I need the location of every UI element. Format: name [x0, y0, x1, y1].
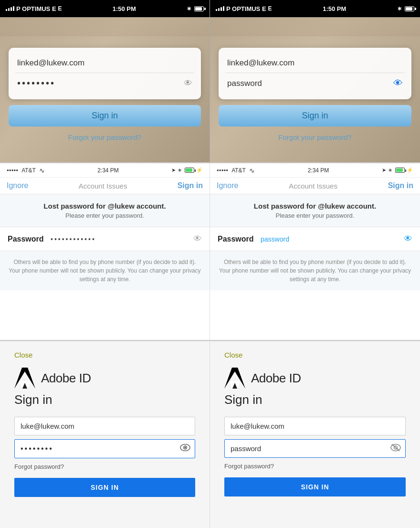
bar4r: [223, 6, 224, 11]
ios-eye-closed-left[interactable]: 👁︎: [184, 78, 192, 88]
adobe-logo-row-left: Adobe ID: [14, 368, 195, 389]
tw-notice-title-left: Lost password for @lukew account.: [10, 202, 200, 210]
tw-signin-btn-right[interactable]: Sign in: [388, 181, 413, 190]
time-left: 1:50 PM: [113, 5, 136, 12]
ios-eye-open-right[interactable]: 👁: [393, 78, 403, 89]
ios-status-right-r: ∗: [397, 5, 414, 12]
adobe-screen-visible: Close Adobe ID Sign in Forgot pass: [210, 341, 420, 528]
row3-adobe-screens: Close Adobe ID Sign in Forgot pass: [0, 341, 420, 528]
twitter-screen-visible: ●●●●● AT&T ∿ 2:34 PM ➤ ∗ ⚡ Ignore Accoun…: [210, 163, 420, 340]
eye-open-icon-right[interactable]: 👁: [404, 234, 412, 244]
tw-info-box-right: Others will be able to find you by phone…: [210, 251, 420, 290]
carrier-right: P OPTIMUS E: [226, 5, 266, 12]
adobe-logo-icon-right: [224, 368, 245, 389]
tw-status-carrier-right: ●●●●● AT&T ∿: [217, 167, 255, 174]
ios-card-left: linked@lukew.com •••••••• 👁︎: [9, 48, 201, 99]
signal-bars-r: [216, 6, 224, 11]
tw-bluetooth-left: ∗: [178, 167, 182, 173]
tw-time-left: 2:34 PM: [97, 167, 119, 174]
ios-signin-btn-right[interactable]: Sign in: [219, 105, 411, 127]
tw-location-icon-r: ➤: [382, 167, 386, 173]
tw-password-row-right: Password password 👁: [210, 227, 420, 251]
adobe-signin-btn-left[interactable]: SIGN IN: [14, 478, 195, 497]
ios-forgot-left[interactable]: Forgot your password?: [0, 130, 210, 147]
svg-point-6: [184, 447, 186, 449]
svg-line-13: [392, 444, 399, 451]
ios-signin-label-left: Sign in: [92, 111, 118, 120]
tw-ignore-btn-left[interactable]: Ignore: [7, 181, 28, 190]
ios-screen-visible: P OPTIMUS E E 1:50 PM ∗ linked@lukew.com…: [210, 0, 420, 162]
tw-wifi-left: ∿: [39, 167, 45, 174]
adobe-email-input-left[interactable]: [14, 417, 195, 435]
tw-status-right-right: ➤ ∗ ⚡: [382, 167, 413, 173]
tw-wifi-right: ∿: [249, 167, 255, 174]
adobe-close-btn-left[interactable]: Close: [14, 351, 195, 359]
tw-battery-left: [185, 168, 194, 173]
tw-notice-left: Lost password for @lukew account. Please…: [0, 194, 210, 227]
adobe-pw-wrap-left: [14, 439, 195, 458]
ios-status-left: P OPTIMUS E E: [6, 5, 62, 12]
tw-battery-cap-left: [195, 169, 196, 172]
ios-email-value-right: linked@lukew.com: [227, 58, 403, 68]
tw-battery-fill-right: [396, 169, 403, 172]
ios-password-text-right: password: [227, 79, 393, 88]
tw-signin-btn-left[interactable]: Sign in: [178, 181, 203, 190]
tw-carrier-left: AT&T: [21, 167, 36, 174]
adobe-forgot-left[interactable]: Forgot password?: [14, 463, 195, 470]
ios-forgot-label-right: Forgot your password?: [278, 133, 351, 141]
tw-nav-title-right: Account Issues: [289, 182, 337, 190]
adobe-logo-text-right: Adobe ID: [251, 371, 301, 386]
network-type-right: E: [268, 5, 272, 12]
ios-forgot-label-left: Forgot your password?: [68, 133, 141, 141]
ios-email-row-right: linked@lukew.com: [225, 53, 405, 73]
tw-notice-sub-left: Please enter your password.: [10, 212, 200, 219]
ios-password-dots-left: ••••••••: [17, 78, 184, 89]
bar1r: [216, 9, 217, 11]
eye-open-icon-adobe-left[interactable]: [180, 444, 190, 454]
tw-charge-right: ⚡: [407, 167, 413, 173]
tw-nav-title-left: Account Issues: [79, 182, 127, 190]
bar3: [10, 7, 12, 11]
bar2: [8, 8, 10, 11]
tw-info-box-left: Others will be able to find you by phone…: [0, 251, 210, 290]
tw-notice-sub-right: Please enter your password.: [220, 212, 410, 219]
adobe-forgot-right[interactable]: Forgot password?: [224, 463, 406, 470]
bar3r: [220, 7, 222, 11]
tw-pw-text-right: password: [261, 235, 399, 243]
tw-notice-right: Lost password for @lukew account. Please…: [210, 194, 420, 227]
twitter-screen-hidden: ●●●●● AT&T ∿ 2:34 PM ➤ ∗ ⚡ Ignore Accoun…: [0, 163, 210, 340]
adobe-email-input-right[interactable]: [224, 417, 406, 435]
tw-notice-title-right: Lost password for @lukew account.: [220, 202, 410, 210]
battery-fill: [195, 7, 202, 11]
battery-fill-r: [406, 7, 412, 11]
tw-status-bar-left: ●●●●● AT&T ∿ 2:34 PM ➤ ∗ ⚡: [0, 163, 210, 178]
tw-bluetooth-right: ∗: [388, 167, 392, 173]
tw-pw-label-right: Password: [218, 235, 256, 243]
adobe-logo-row-right: Adobe ID: [224, 368, 406, 389]
ios-signin-btn-left[interactable]: Sign in: [9, 105, 201, 127]
tw-ignore-btn-right[interactable]: Ignore: [217, 181, 238, 190]
adobe-signin-btn-label-right: SIGN IN: [301, 483, 329, 491]
eye-strikethrough-icon-adobe-right[interactable]: [390, 443, 401, 454]
adobe-signin-title-left: Sign in: [14, 392, 195, 407]
network-type-left: E: [58, 5, 62, 12]
adobe-signin-btn-right[interactable]: SIGN IN: [224, 477, 406, 496]
bluetooth-icon: ∗: [187, 5, 191, 12]
ios-signin-label-right: Sign in: [302, 111, 328, 120]
ios-card-right: linked@lukew.com password 👁: [219, 48, 411, 99]
ios-email-value-left: linked@lukew.com: [17, 58, 192, 68]
ios-email-row-left: linked@lukew.com: [15, 53, 194, 73]
bar2r: [218, 8, 220, 11]
battery-icon-right: [405, 6, 414, 11]
adobe-pw-wrap-right: [224, 439, 406, 458]
tw-status-carrier-left: ●●●●● AT&T ∿: [7, 167, 45, 174]
ios-forgot-right[interactable]: Forgot your password?: [210, 130, 420, 147]
bg-blur-top-r: [210, 17, 420, 36]
adobe-signin-title-right: Sign in: [224, 392, 406, 407]
adobe-close-btn-right[interactable]: Close: [224, 351, 406, 359]
adobe-password-input-left[interactable]: [14, 439, 195, 458]
tw-info-text-right: Others will be able to find you by phone…: [219, 259, 411, 283]
adobe-password-input-right[interactable]: [224, 439, 406, 458]
eye-closed-icon-left[interactable]: 👁︎: [193, 234, 202, 244]
tw-nav-left: Ignore Account Issues Sign in: [0, 178, 210, 194]
